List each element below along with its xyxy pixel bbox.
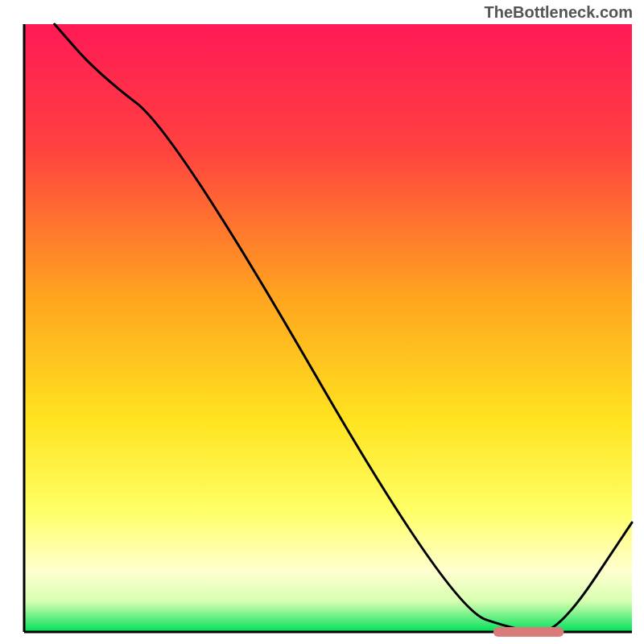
plot-background [24, 24, 632, 632]
chart-container: TheBottleneck.com [0, 0, 644, 644]
watermark-text: TheBottleneck.com [485, 3, 633, 22]
chart-svg [0, 0, 644, 644]
